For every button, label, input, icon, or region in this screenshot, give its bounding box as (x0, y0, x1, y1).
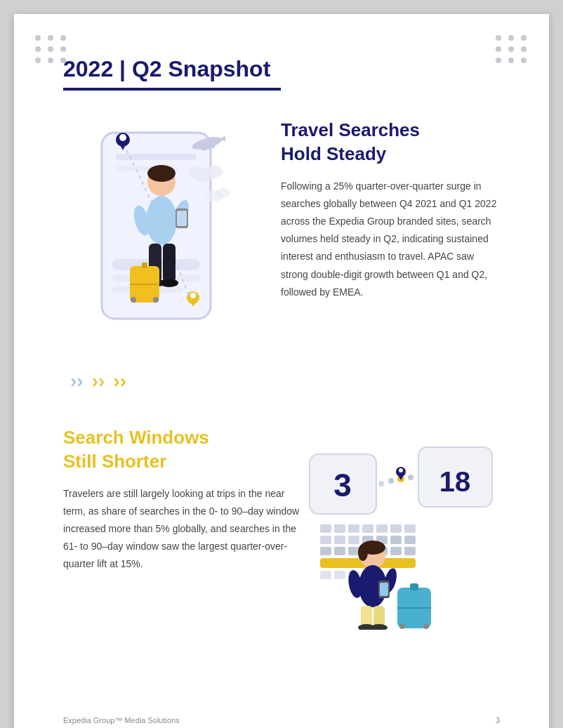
travel-illustration (63, 119, 246, 336)
calendar-illustration: 3 18 (303, 433, 499, 630)
svg-rect-68 (404, 547, 416, 555)
svg-rect-55 (320, 536, 331, 544)
svg-rect-67 (390, 547, 402, 555)
svg-text:18: 18 (439, 466, 471, 497)
svg-rect-62 (320, 547, 331, 555)
svg-rect-71 (334, 571, 345, 579)
svg-point-36 (153, 297, 159, 303)
svg-rect-63 (334, 547, 345, 555)
svg-point-19 (190, 293, 196, 298)
svg-point-46 (399, 468, 403, 472)
chevron-3: ›› (113, 371, 126, 391)
svg-rect-29 (163, 244, 175, 282)
svg-point-16 (119, 134, 126, 141)
svg-point-12 (188, 166, 202, 177)
svg-point-11 (206, 165, 223, 178)
svg-rect-52 (376, 524, 388, 533)
section-search-windows: Search Windows Still Shorter Travelers a… (63, 426, 500, 651)
section1-heading: Travel Searches Hold Steady (281, 119, 500, 166)
footer-page-number: 3 (496, 716, 500, 724)
dots-decoration-left (35, 35, 67, 63)
page-footer: Expedia Group™ Media Solutions 3 (63, 716, 500, 724)
svg-rect-60 (390, 536, 402, 544)
svg-point-22 (147, 165, 175, 182)
calendar-illustration-area: 3 18 (302, 426, 500, 630)
svg-rect-33 (142, 263, 147, 268)
footer-brand-text: Expedia Group™ Media Solutions (63, 716, 180, 724)
svg-rect-61 (404, 536, 416, 544)
svg-rect-27 (177, 211, 187, 226)
svg-point-41 (378, 481, 384, 487)
section1-body: Following a 25% quarter-over-quarter sur… (281, 178, 500, 301)
phone-illustration-area (63, 119, 260, 339)
chevron-1: ›› (70, 371, 84, 391)
svg-rect-57 (348, 536, 359, 544)
section-travel-searches: Travel Searches Hold Steady Following a … (63, 119, 500, 343)
svg-rect-49 (334, 524, 345, 533)
section1-content: Travel Searches Hold Steady Following a … (260, 119, 500, 301)
svg-rect-50 (348, 524, 359, 533)
chevrons-decoration: ›› ›› ›› (70, 371, 500, 391)
svg-rect-81 (380, 583, 388, 596)
svg-rect-48 (320, 524, 331, 533)
svg-point-44 (408, 475, 413, 480)
svg-point-31 (160, 279, 178, 287)
svg-point-42 (388, 478, 394, 484)
svg-rect-70 (320, 571, 331, 579)
svg-rect-54 (404, 524, 416, 533)
svg-rect-51 (362, 524, 373, 533)
section2-heading: Search Windows Still Shorter (63, 426, 302, 474)
svg-point-89 (399, 623, 405, 629)
svg-rect-1 (116, 154, 197, 160)
svg-rect-64 (348, 547, 359, 555)
svg-point-90 (423, 623, 429, 629)
svg-rect-87 (410, 583, 418, 590)
svg-rect-53 (390, 524, 402, 533)
page: 2022 | Q2 Snapshot (14, 14, 549, 728)
section2-content: Search Windows Still Shorter Travelers a… (63, 426, 302, 574)
svg-rect-56 (334, 536, 345, 544)
title-underline (63, 88, 281, 91)
section2-body: Travelers are still largely looking at t… (63, 485, 302, 574)
svg-rect-82 (361, 606, 372, 627)
svg-point-35 (131, 297, 136, 303)
svg-rect-83 (373, 606, 385, 627)
svg-point-14 (216, 188, 230, 198)
dots-decoration-right (496, 35, 528, 63)
chevron-2: ›› (92, 371, 105, 391)
svg-point-85 (371, 624, 388, 630)
svg-point-76 (358, 544, 368, 561)
page-title: 2022 | Q2 Snapshot (63, 56, 500, 82)
svg-text:3: 3 (333, 467, 352, 503)
svg-point-23 (146, 196, 177, 245)
